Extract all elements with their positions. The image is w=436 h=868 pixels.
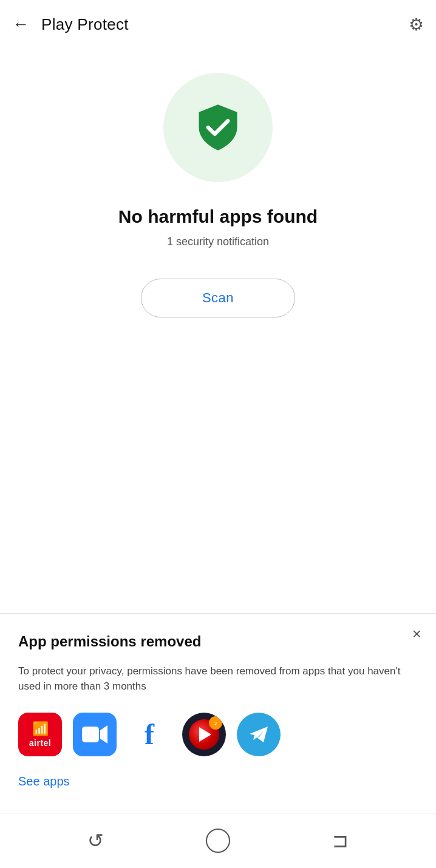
header: ← Play Protect ⚙ [0, 0, 436, 49]
status-title: No harmful apps found [118, 206, 318, 227]
page-title: Play Protect [41, 15, 409, 34]
permissions-description: To protect your privacy, permissions hav… [18, 663, 418, 694]
nav-back-button[interactable]: ↺ [87, 829, 104, 852]
close-button[interactable]: × [412, 626, 421, 642]
permissions-card: × App permissions removed To protect you… [0, 614, 436, 812]
telegram-icon-svg [244, 719, 274, 750]
svg-marker-1 [100, 725, 107, 744]
play-icon [199, 727, 211, 742]
app-icons-row: 📶 airtel f ♪ [18, 713, 418, 756]
shield-circle [163, 73, 273, 182]
telegram-app-icon [237, 713, 281, 756]
permissions-title: App permissions removed [18, 632, 418, 651]
music-badge: ♪ [209, 716, 222, 730]
airtel-app-icon: 📶 airtel [18, 713, 62, 756]
settings-icon[interactable]: ⚙ [409, 15, 424, 35]
status-subtitle: 1 security notification [167, 236, 269, 248]
airtel-label: airtel [29, 738, 51, 748]
svg-rect-0 [82, 727, 99, 742]
zoom-app-icon [73, 713, 117, 756]
facebook-app-icon: f [128, 713, 171, 756]
zoom-icon-svg [80, 719, 110, 750]
scan-button[interactable]: Scan [141, 279, 295, 317]
shield-icon [191, 100, 245, 155]
see-apps-link[interactable]: See apps [18, 775, 70, 788]
nav-home-button[interactable] [206, 829, 230, 853]
airtel-wifi-icon: 📶 [32, 721, 49, 737]
music-note-icon: ♪ [214, 719, 217, 727]
main-content: No harmful apps found 1 security notific… [0, 49, 436, 613]
nav-bar: ↺ ⊐ [0, 813, 436, 868]
facebook-f-icon: f [145, 717, 154, 751]
nav-recents-button[interactable]: ⊐ [332, 829, 349, 852]
music-app-icon: ♪ [182, 713, 226, 756]
back-button[interactable]: ← [12, 16, 29, 33]
